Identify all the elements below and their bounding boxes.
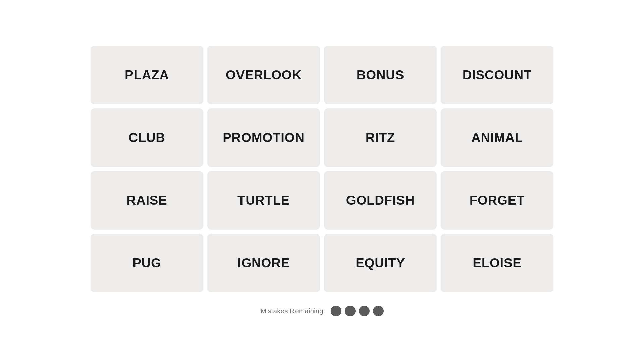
word-card-club[interactable]: CLUB	[91, 108, 203, 167]
word-card-forget[interactable]: FORGET	[441, 171, 553, 230]
mistake-dot-2	[345, 306, 356, 316]
word-label-discount: DISCOUNT	[463, 68, 532, 82]
word-label-animal: ANIMAL	[471, 130, 523, 145]
word-label-raise: RAISE	[126, 193, 167, 208]
word-card-equity[interactable]: EQUITY	[324, 234, 437, 292]
word-card-promotion[interactable]: PROMOTION	[207, 108, 320, 167]
word-label-bonus: BONUS	[357, 68, 404, 82]
word-card-turtle[interactable]: TURTLE	[207, 171, 320, 230]
word-label-ignore: IGNORE	[237, 256, 290, 270]
word-card-raise[interactable]: RAISE	[91, 171, 203, 230]
word-card-overlook[interactable]: OVERLOOK	[207, 46, 320, 104]
word-label-equity: EQUITY	[356, 256, 405, 270]
word-label-club: CLUB	[128, 130, 165, 145]
word-label-overlook: OVERLOOK	[226, 68, 302, 82]
mistake-dot-3	[359, 306, 370, 316]
word-label-goldfish: GOLDFISH	[346, 193, 415, 208]
word-label-pug: PUG	[132, 256, 161, 270]
word-label-eloise: ELOISE	[473, 256, 521, 270]
word-card-plaza[interactable]: PLAZA	[91, 46, 203, 104]
word-card-pug[interactable]: PUG	[91, 234, 203, 292]
footer: Mistakes Remaining:	[260, 306, 383, 326]
mistakes-label: Mistakes Remaining:	[260, 307, 325, 315]
word-grid: PLAZAOVERLOOKBONUSDISCOUNTCLUBPROMOTIONR…	[80, 36, 564, 302]
word-label-promotion: PROMOTION	[223, 130, 305, 145]
mistake-dot-1	[331, 306, 341, 316]
word-card-animal[interactable]: ANIMAL	[441, 108, 553, 167]
word-label-ritz: RITZ	[366, 130, 395, 145]
word-card-goldfish[interactable]: GOLDFISH	[324, 171, 437, 230]
word-card-eloise[interactable]: ELOISE	[441, 234, 553, 292]
word-label-plaza: PLAZA	[125, 68, 169, 82]
word-label-forget: FORGET	[470, 193, 525, 208]
word-card-discount[interactable]: DISCOUNT	[441, 46, 553, 104]
word-card-ignore[interactable]: IGNORE	[207, 234, 320, 292]
mistakes-dots	[331, 306, 384, 316]
word-card-ritz[interactable]: RITZ	[324, 108, 437, 167]
word-card-bonus[interactable]: BONUS	[324, 46, 437, 104]
word-label-turtle: TURTLE	[237, 193, 290, 208]
mistake-dot-4	[373, 306, 384, 316]
game-container: PLAZAOVERLOOKBONUSDISCOUNTCLUBPROMOTIONR…	[80, 36, 564, 326]
